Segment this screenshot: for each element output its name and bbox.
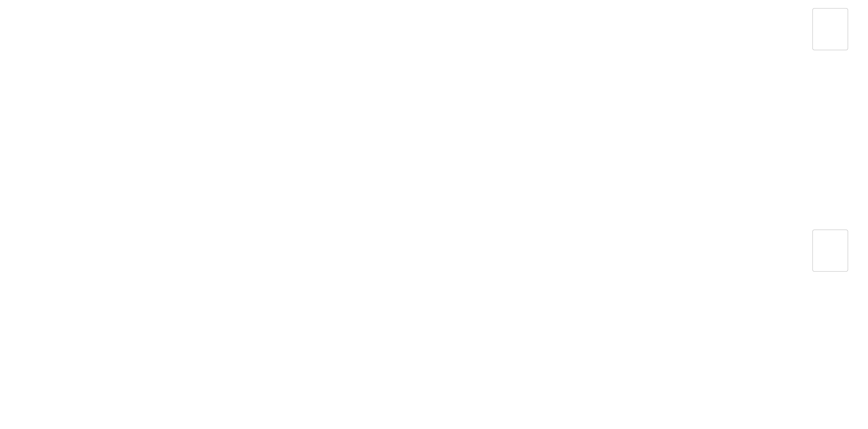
plot-canvas (0, 0, 868, 429)
run40b-velocity-line-sample (817, 28, 838, 30)
legend-row (817, 232, 843, 244)
legend-row (817, 24, 843, 35)
legend-velocity-magnitude (812, 8, 848, 50)
legend-row (817, 258, 843, 269)
legend-row (817, 245, 843, 256)
legend-velocity-direction (812, 230, 848, 272)
legend-row (817, 36, 843, 47)
run40b-direction-line-sample (817, 249, 838, 252)
run40d-velocity-line-sample (817, 40, 838, 43)
adcp-velocity-line-sample (817, 15, 838, 18)
run40d-direction-line-sample (817, 262, 838, 264)
adcp-direction-line-sample (817, 237, 838, 239)
legend-row (817, 11, 843, 22)
figure (0, 0, 868, 429)
